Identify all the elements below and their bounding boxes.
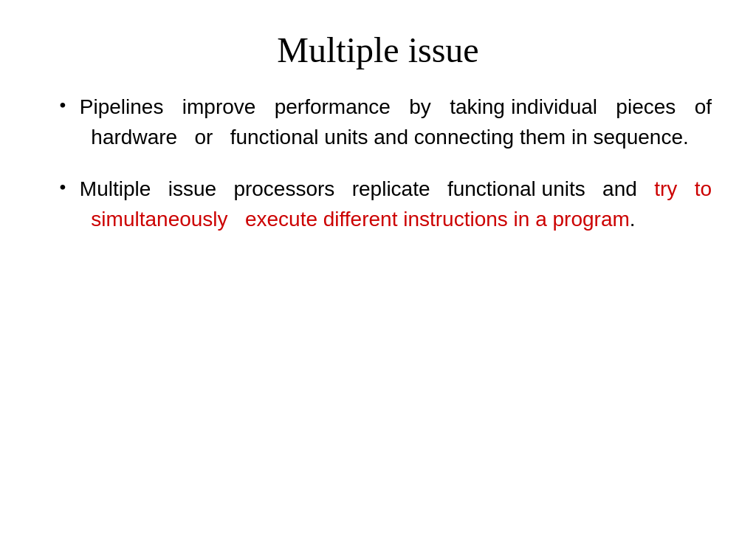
bullet-item-2: • Multiple issue processors replicate fu… [59,174,712,234]
highlight-red-text: try to simultaneously execute different … [80,177,712,231]
bullet-dot-1: • [59,94,66,117]
slide: Multiple issue • Pipelines improve perfo… [0,0,756,535]
slide-content: • Pipelines improve performance by takin… [44,92,712,256]
slide-title: Multiple issue [44,30,712,70]
bullet-dot-2: • [59,176,66,200]
bullet-text-2: Multiple issue processors replicate func… [80,174,712,234]
bullet-text-1: Pipelines improve performance by taking … [80,92,712,152]
bullet-item-1: • Pipelines improve performance by takin… [59,92,712,152]
